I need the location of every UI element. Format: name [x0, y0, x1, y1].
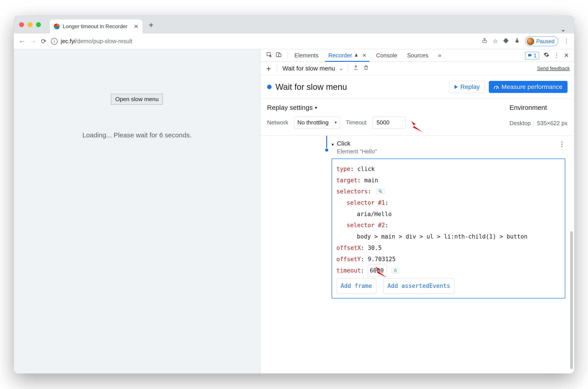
environment-device: Desktop: [510, 120, 531, 127]
reload-button[interactable]: ⟳: [41, 37, 46, 45]
window-controls: [19, 22, 48, 33]
caret-down-icon: ▾: [335, 120, 337, 125]
add-asserted-events-button[interactable]: Add assertedEvents: [383, 278, 454, 294]
add-frame-button[interactable]: Add frame: [337, 278, 376, 294]
chevron-down-icon: ⌄: [339, 65, 343, 71]
browser-tab[interactable]: Longer timeout in Recorder ✕: [50, 20, 142, 33]
settings-gear-icon[interactable]: [544, 52, 549, 59]
extensions-icon[interactable]: [503, 37, 509, 45]
experiment-flask-icon: [354, 53, 358, 59]
site-info-icon[interactable]: i: [51, 38, 58, 45]
content-area: Open slow menu Loading... Please wait fo…: [14, 49, 574, 373]
tab-strip: Longer timeout in Recorder ✕ + ⌄: [14, 16, 574, 33]
maximize-window-button[interactable]: [36, 22, 41, 27]
selector-picker-button[interactable]: [377, 189, 384, 194]
profile-state: Paused: [536, 38, 554, 44]
delete-timeout-button[interactable]: [392, 268, 399, 273]
url-host: jec.fyi: [61, 38, 75, 44]
inspect-element-icon[interactable]: [266, 52, 273, 59]
delete-recording-icon[interactable]: [363, 65, 369, 72]
replay-button[interactable]: Replay: [450, 81, 485, 93]
prop-offsetx-value: 30.5: [368, 245, 382, 251]
device-toolbar-icon[interactable]: [276, 52, 282, 59]
tab-elements[interactable]: Elements: [290, 49, 323, 62]
prop-type-label: type: [337, 166, 350, 172]
prop-selectors-label: selectors: [337, 188, 368, 195]
issues-count: 1: [534, 52, 537, 59]
close-tab-recorder-button[interactable]: ✕: [362, 53, 366, 59]
prop-timeout-label: timeout: [337, 267, 361, 274]
back-button[interactable]: ←: [19, 37, 25, 45]
close-tab-button[interactable]: ✕: [131, 23, 138, 30]
prop-target-label: target: [337, 177, 357, 184]
recorder-toolbar: ＋ Wait for slow menu ⌄ Send feedback: [260, 62, 574, 75]
network-throttling-select[interactable]: No throttling ▾: [294, 117, 340, 129]
step-click: ▾ Click Element "Hello" ⋮ type: click ta…: [332, 140, 565, 298]
devtools-tabbar: Elements Recorder ✕ Console Sources » 1: [260, 49, 574, 62]
speedometer-icon: [494, 86, 499, 89]
prop-type-value: click: [357, 166, 375, 172]
annotation-arrow-icon: [410, 120, 423, 133]
timeout-input[interactable]: 5000: [372, 117, 406, 129]
tabs-overflow-button[interactable]: »: [434, 49, 446, 62]
recording-selector[interactable]: Wait for slow menu ⌄: [282, 65, 343, 72]
bookmark-star-icon[interactable]: ☆: [493, 38, 498, 45]
recording-title: Wait for slow menu: [276, 82, 347, 92]
replay-settings-toggle[interactable]: Replay settings ▾: [267, 104, 425, 111]
minimize-window-button[interactable]: [28, 22, 33, 27]
send-feedback-link[interactable]: Send feedback: [537, 65, 570, 71]
selector-2-label: selector #2: [347, 222, 385, 228]
devtools-close-button[interactable]: ✕: [564, 52, 569, 59]
steps-area: ▾ Click Element "Hello" ⋮ type: click ta…: [260, 136, 574, 373]
open-slow-menu-button[interactable]: Open slow menu: [111, 94, 163, 105]
replay-settings-row: Replay settings ▾ Network No throttling …: [260, 99, 574, 136]
prop-target-value: main: [364, 177, 378, 184]
prop-offsety-value: 9.703125: [368, 256, 396, 262]
profile-chip[interactable]: Paused: [525, 36, 558, 46]
experiments-flask-icon[interactable]: [514, 38, 520, 45]
caret-down-icon: ▾: [315, 105, 317, 110]
prop-offsetx-label: offsetX: [337, 245, 361, 251]
step-details: type: click target: main selectors: sele…: [332, 159, 565, 298]
caret-down-icon: ▾: [332, 142, 334, 147]
prop-offsety-label: offsetY: [337, 256, 361, 262]
browser-menu-button[interactable]: ⋮: [563, 38, 569, 45]
devtools-panel: Elements Recorder ✕ Console Sources » 1: [260, 49, 574, 373]
step-timeout-input[interactable]: 6000: [368, 265, 386, 277]
favicon-icon: [54, 24, 60, 29]
window-chevron-icon[interactable]: ⌄: [559, 25, 568, 33]
rendered-page: Open slow menu Loading... Please wait fo…: [14, 49, 260, 373]
network-throttling-value: No throttling: [297, 119, 328, 126]
tab-console[interactable]: Console: [372, 49, 402, 62]
svg-rect-3: [279, 54, 281, 57]
scrollbar[interactable]: [570, 231, 573, 369]
export-icon[interactable]: [353, 65, 358, 72]
issues-badge[interactable]: 1: [525, 52, 539, 59]
tab-title: Longer timeout in Recorder: [63, 23, 127, 30]
loading-text: Loading... Please wait for 6 seconds.: [82, 131, 191, 139]
recording-status-dot-icon: [267, 85, 272, 89]
browser-window: Longer timeout in Recorder ✕ + ⌄ ← → ⟳ i…: [14, 16, 574, 373]
toolbar-right: ☆ Paused ⋮: [482, 36, 569, 46]
avatar-icon: [527, 37, 534, 45]
share-icon[interactable]: [482, 37, 487, 45]
forward-button[interactable]: →: [30, 37, 36, 45]
timeout-label: Timeout: [346, 119, 367, 126]
environment-size: 535×622 px: [537, 120, 568, 127]
new-recording-button[interactable]: ＋: [265, 63, 273, 74]
step-menu-button[interactable]: ⋮: [559, 140, 565, 148]
devtools-menu-button[interactable]: ⋮: [554, 52, 559, 59]
environment-title: Environment: [510, 104, 568, 111]
address-bar[interactable]: i jec.fyi/demo/pup-slow-result: [51, 38, 477, 45]
tab-sources[interactable]: Sources: [403, 49, 433, 62]
step-header[interactable]: ▾ Click Element "Hello" ⋮: [332, 140, 565, 155]
measure-performance-button[interactable]: Measure performance: [489, 81, 568, 93]
url-path: /demo/pup-slow-result: [75, 38, 132, 44]
current-recording-name: Wait for slow menu: [282, 65, 335, 72]
step-subtitle: Element "Hello": [337, 148, 377, 155]
tab-recorder[interactable]: Recorder ✕: [324, 49, 371, 62]
new-tab-button[interactable]: +: [145, 20, 157, 33]
close-window-button[interactable]: [19, 22, 24, 27]
timeline-line: [326, 136, 327, 148]
selector-1-label: selector #1: [347, 199, 385, 206]
